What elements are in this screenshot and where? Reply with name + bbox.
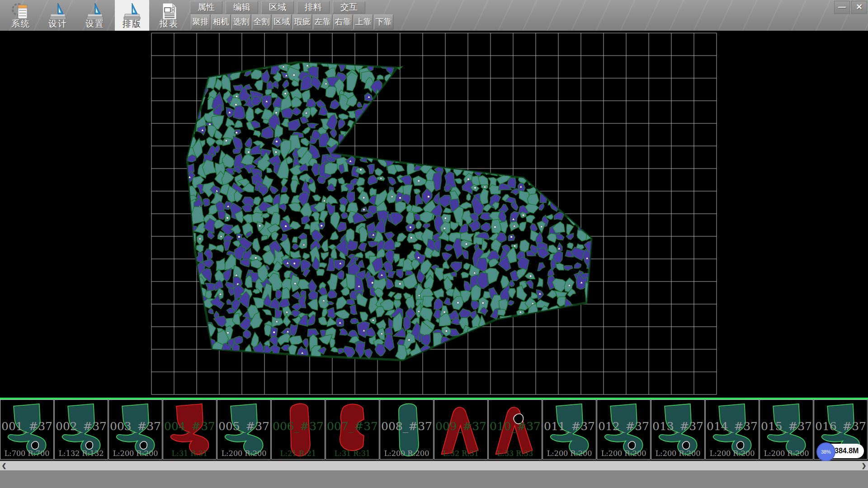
- menu-item-1[interactable]: 属性: [190, 1, 222, 14]
- piece-shape: [109, 400, 162, 459]
- piece-thumbnail-12[interactable]: 012_#37L:200 R:200: [597, 399, 651, 460]
- main-button-label: 系统: [4, 18, 38, 30]
- piece-thumbnail-15[interactable]: 015_#37L:200 R:200: [760, 399, 813, 460]
- menu-item-5[interactable]: 交互: [333, 1, 365, 14]
- piece-shape: [326, 400, 379, 459]
- main-button-label: 设计: [41, 18, 75, 30]
- nesting-canvas[interactable]: [0, 31, 868, 398]
- main-button-2[interactable]: 设计: [41, 0, 75, 31]
- piece-shape: [55, 400, 108, 459]
- main-button-3[interactable]: 设置: [78, 0, 112, 31]
- piece-thumbnail-2[interactable]: 002_#37L:132 R:132: [54, 399, 108, 460]
- piece-thumbnail-13[interactable]: 013_#37L:200 R:200: [651, 399, 705, 460]
- piece-shape: [489, 400, 542, 459]
- menu-item-2[interactable]: 编辑: [226, 1, 258, 14]
- menu-item-3[interactable]: 区域: [261, 1, 294, 14]
- tool-button-4[interactable]: 全割: [252, 14, 271, 29]
- tool-button-2[interactable]: 相机: [211, 14, 231, 29]
- tool-button-3[interactable]: 选割: [231, 14, 251, 29]
- tool-button-8[interactable]: 右靠: [333, 14, 353, 29]
- tool-button-1[interactable]: 聚排: [191, 14, 210, 29]
- minimize-button[interactable]: —: [834, 1, 850, 14]
- main-button-label: 排版: [115, 18, 149, 30]
- scroll-right-arrow-icon[interactable]: ❯: [860, 461, 868, 471]
- tool-button-6[interactable]: 瑕疵: [292, 14, 312, 29]
- scroll-left-arrow-icon[interactable]: ❮: [0, 461, 8, 471]
- piece-thumbnail-4[interactable]: 004_#37L:31 R:31: [163, 399, 217, 460]
- menu-item-4[interactable]: 排料: [297, 1, 330, 14]
- piece-thumbnail-5[interactable]: 005_#37L:200 R:200: [217, 399, 271, 460]
- status-band: [0, 470, 868, 488]
- piece-shape: [597, 400, 650, 459]
- piece-shape: [217, 400, 270, 459]
- horizontal-scrollbar[interactable]: ❮ ❯: [0, 461, 868, 471]
- main-button-4[interactable]: 排版: [115, 0, 149, 31]
- piece-thumbnail-10[interactable]: 010_#37L:33 R:33: [488, 399, 542, 460]
- menu-bar: 属性编辑区域排料交互: [190, 1, 368, 13]
- memory-usage-badge: 38% 384.8M: [817, 444, 864, 458]
- piece-shape: [163, 400, 216, 459]
- app-window: 系统设计设置排版报表 属性编辑区域排料交互 聚排相机选割全割区域瑕疵左靠右靠上靠…: [0, 0, 868, 488]
- piece-thumbnail-strip: 001_#37L:700 R:700002_#37L:132 R:132003_…: [0, 399, 868, 460]
- piece-shape: [760, 400, 813, 459]
- tool-button-7[interactable]: 左靠: [313, 14, 332, 29]
- piece-thumbnail-1[interactable]: 001_#37L:700 R:700: [0, 399, 54, 460]
- tool-button-9[interactable]: 上靠: [354, 14, 373, 29]
- memory-percent-indicator: 38%: [816, 442, 835, 461]
- piece-shape: [706, 400, 759, 459]
- piece-shape: [380, 400, 433, 459]
- main-button-1[interactable]: 系统: [4, 0, 38, 31]
- main-button-5[interactable]: 报表: [152, 0, 186, 31]
- piece-thumbnail-11[interactable]: 011_#37L:200 R:200: [542, 399, 596, 460]
- window-controls: — ✕: [834, 1, 867, 14]
- piece-thumbnail-6[interactable]: 006_#37L:21 R:21: [271, 399, 325, 460]
- nesting-drawing: [0, 31, 868, 398]
- piece-thumbnail-3[interactable]: 003_#37L:200 R:200: [108, 399, 162, 460]
- toolbar: 系统设计设置排版报表 属性编辑区域排料交互 聚排相机选割全割区域瑕疵左靠右靠上靠…: [0, 0, 868, 31]
- piece-shape: [0, 400, 53, 459]
- tool-button-5[interactable]: 区域: [272, 14, 292, 29]
- memory-amount-label: 384.8M: [835, 447, 859, 455]
- close-button[interactable]: ✕: [851, 1, 867, 14]
- tool-button-10[interactable]: 下靠: [374, 14, 393, 29]
- piece-thumbnail-14[interactable]: 014_#37L:200 R:200: [705, 399, 759, 460]
- piece-shape: [272, 400, 325, 459]
- tool-bar: 聚排相机选割全割区域瑕疵左靠右靠上靠下靠: [191, 14, 394, 29]
- piece-shape: [543, 400, 596, 459]
- piece-shape: [434, 400, 487, 459]
- piece-thumbnail-9[interactable]: 009_#37L:32 R:31: [434, 399, 488, 460]
- main-button-label: 报表: [152, 18, 186, 30]
- piece-thumbnail-7[interactable]: 007_#37L:31 R:31: [326, 399, 379, 460]
- piece-shape: [651, 400, 704, 459]
- piece-thumbnail-8[interactable]: 008_#37L:200 R:200: [380, 399, 434, 460]
- main-button-label: 设置: [78, 18, 112, 30]
